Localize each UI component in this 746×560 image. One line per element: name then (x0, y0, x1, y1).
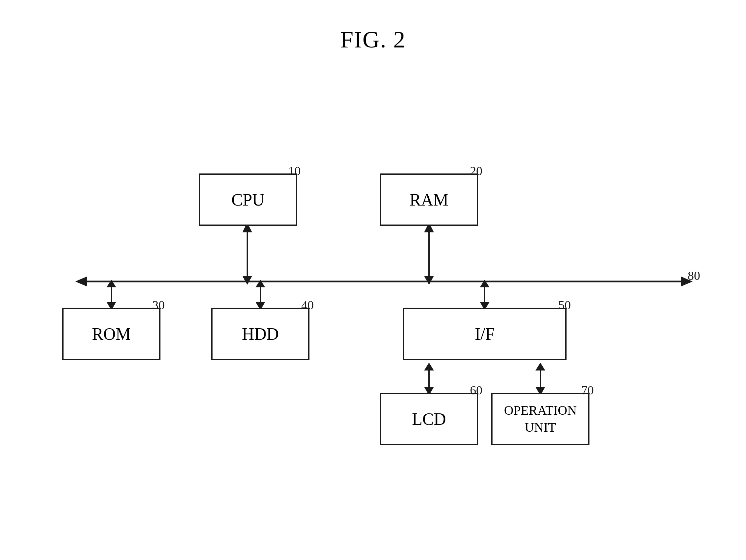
op-unit-ref: 70 (581, 383, 594, 397)
cpu-label: CPU (231, 190, 264, 209)
hdd-ref: 40 (301, 298, 314, 312)
ram-box: RAM (380, 174, 478, 226)
bus-ref: 80 (688, 268, 700, 283)
figure-title: FIG. 2 (340, 26, 406, 53)
rom-label: ROM (92, 324, 131, 344)
svg-marker-9 (242, 276, 252, 285)
ram-label: RAM (410, 190, 448, 209)
op-unit-label: OPERATION UNIT (504, 402, 577, 436)
if-box: I/F (403, 308, 567, 360)
rom-box: ROM (62, 308, 161, 360)
lcd-ref: 60 (470, 383, 482, 397)
rom-ref: 30 (152, 298, 165, 312)
lcd-label: LCD (412, 409, 446, 429)
lcd-box: LCD (380, 393, 478, 445)
if-ref: 50 (558, 298, 571, 312)
svg-marker-17 (255, 280, 265, 287)
svg-marker-14 (107, 280, 116, 287)
if-label: I/F (475, 324, 495, 344)
svg-marker-23 (424, 363, 434, 371)
cpu-box: CPU (199, 174, 297, 226)
cpu-ref: 10 (288, 164, 300, 178)
operation-unit-box: OPERATION UNIT (491, 393, 590, 445)
svg-marker-5 (75, 276, 87, 286)
svg-marker-20 (480, 280, 490, 287)
svg-marker-12 (424, 276, 434, 285)
hdd-label: HDD (242, 324, 279, 344)
svg-marker-26 (536, 363, 545, 371)
ram-ref: 20 (470, 164, 482, 178)
hdd-box: HDD (211, 308, 310, 360)
